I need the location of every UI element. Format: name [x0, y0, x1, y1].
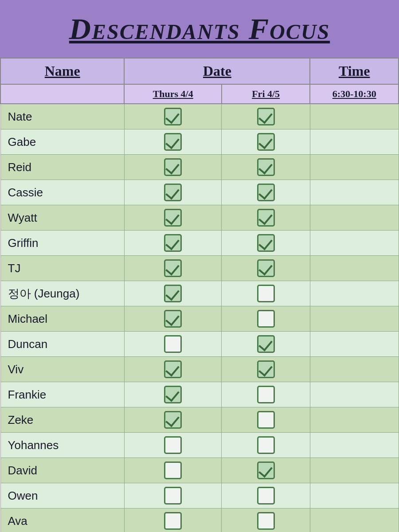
- fri-check-cell[interactable]: [222, 306, 310, 332]
- unchecked-box[interactable]: [164, 436, 182, 454]
- thurs-check-cell[interactable]: [124, 231, 221, 256]
- thurs-check-cell[interactable]: [124, 104, 221, 129]
- thurs-check-cell[interactable]: [124, 407, 221, 433]
- thurs-check-cell[interactable]: [124, 382, 221, 407]
- fri-check-cell[interactable]: [222, 483, 310, 509]
- name-cell: Reid: [0, 155, 124, 180]
- unchecked-box[interactable]: [257, 487, 275, 505]
- checked-box[interactable]: [164, 285, 182, 302]
- table-row: Griffin: [0, 231, 399, 256]
- time-cell: [310, 281, 399, 306]
- checked-box[interactable]: [164, 360, 182, 378]
- fri-check-cell[interactable]: [222, 332, 310, 357]
- checked-box[interactable]: [164, 259, 182, 277]
- thurs-check-cell[interactable]: [124, 129, 221, 155]
- checked-box[interactable]: [257, 234, 275, 252]
- thurs-check-cell[interactable]: [124, 332, 221, 357]
- thurs-check-cell[interactable]: [124, 256, 221, 281]
- unchecked-box[interactable]: [257, 310, 275, 328]
- name-cell: Ava: [0, 509, 124, 532]
- col-header-date: Date: [124, 58, 310, 84]
- header: Descendants Focus: [0, 0, 399, 58]
- checked-box[interactable]: [257, 158, 275, 176]
- thurs-check-cell[interactable]: [124, 180, 221, 205]
- fri-check-cell[interactable]: [222, 509, 310, 532]
- time-cell: [310, 332, 399, 357]
- thurs-check-cell[interactable]: [124, 281, 221, 306]
- fri-check-cell[interactable]: [222, 357, 310, 382]
- table-row: 정아 (Jeunga): [0, 281, 399, 306]
- unchecked-box[interactable]: [164, 512, 182, 530]
- fri-check-cell[interactable]: [222, 104, 310, 129]
- unchecked-box[interactable]: [257, 285, 275, 302]
- checked-box[interactable]: [257, 259, 275, 277]
- thurs-check-cell[interactable]: [124, 306, 221, 332]
- checked-box[interactable]: [164, 386, 182, 403]
- unchecked-box[interactable]: [164, 335, 182, 353]
- fri-check-cell[interactable]: [222, 129, 310, 155]
- checked-box[interactable]: [257, 133, 275, 151]
- unchecked-box[interactable]: [164, 462, 182, 479]
- checked-box[interactable]: [257, 209, 275, 227]
- time-cell: [310, 256, 399, 281]
- checked-box[interactable]: [164, 310, 182, 328]
- checked-box[interactable]: [164, 184, 182, 201]
- checked-box[interactable]: [164, 209, 182, 227]
- fri-check-cell[interactable]: [222, 458, 310, 483]
- checked-box[interactable]: [257, 184, 275, 201]
- time-cell: [310, 155, 399, 180]
- thurs-check-cell[interactable]: [124, 433, 221, 458]
- main-table: Name Date Time Thurs 4/4 Fri 4/5 6:30-10…: [0, 58, 399, 532]
- checked-box[interactable]: [164, 158, 182, 176]
- name-cell: Zeke: [0, 407, 124, 433]
- unchecked-box[interactable]: [257, 512, 275, 530]
- thurs-check-cell[interactable]: [124, 458, 221, 483]
- table-row: Ava: [0, 509, 399, 532]
- name-cell: TJ: [0, 256, 124, 281]
- unchecked-box[interactable]: [257, 411, 275, 429]
- table-row: David: [0, 458, 399, 483]
- unchecked-box[interactable]: [164, 487, 182, 505]
- thurs-check-cell[interactable]: [124, 155, 221, 180]
- sub-header-thurs: Thurs 4/4: [124, 84, 221, 104]
- name-cell: David: [0, 458, 124, 483]
- table-row: Duncan: [0, 332, 399, 357]
- time-cell: [310, 231, 399, 256]
- fri-check-cell[interactable]: [222, 407, 310, 433]
- thurs-check-cell[interactable]: [124, 357, 221, 382]
- time-cell: [310, 509, 399, 532]
- name-cell: Duncan: [0, 332, 124, 357]
- time-cell: [310, 382, 399, 407]
- col-header-name: Name: [0, 58, 124, 84]
- fri-check-cell[interactable]: [222, 433, 310, 458]
- fri-check-cell[interactable]: [222, 155, 310, 180]
- checked-box[interactable]: [164, 108, 182, 125]
- time-cell: [310, 483, 399, 509]
- fri-check-cell[interactable]: [222, 382, 310, 407]
- name-cell: Griffin: [0, 231, 124, 256]
- checked-box[interactable]: [257, 335, 275, 353]
- checked-box[interactable]: [164, 133, 182, 151]
- checked-box[interactable]: [257, 360, 275, 378]
- unchecked-box[interactable]: [257, 436, 275, 454]
- sub-header-time-range: 6:30-10:30: [310, 84, 399, 104]
- thurs-check-cell[interactable]: [124, 509, 221, 532]
- fri-check-cell[interactable]: [222, 205, 310, 231]
- name-cell: Owen: [0, 483, 124, 509]
- fri-check-cell[interactable]: [222, 281, 310, 306]
- name-cell: Nate: [0, 104, 124, 129]
- fri-check-cell[interactable]: [222, 231, 310, 256]
- checked-box[interactable]: [164, 411, 182, 429]
- fri-check-cell[interactable]: [222, 180, 310, 205]
- sub-header-name-empty: [0, 84, 124, 104]
- checked-box[interactable]: [164, 234, 182, 252]
- thurs-check-cell[interactable]: [124, 483, 221, 509]
- unchecked-box[interactable]: [257, 386, 275, 403]
- name-cell: Cassie: [0, 180, 124, 205]
- checked-box[interactable]: [257, 462, 275, 479]
- column-header-row: Name Date Time: [0, 58, 399, 84]
- time-cell: [310, 407, 399, 433]
- checked-box[interactable]: [257, 108, 275, 125]
- fri-check-cell[interactable]: [222, 256, 310, 281]
- thurs-check-cell[interactable]: [124, 205, 221, 231]
